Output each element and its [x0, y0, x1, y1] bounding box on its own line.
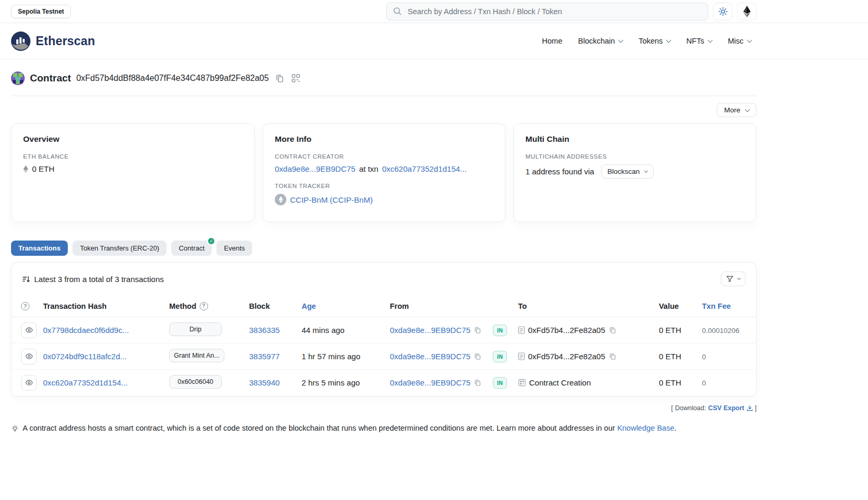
creator-at-txn-text: at txn [359, 164, 378, 173]
multichain-portfolio-select[interactable]: Blockscan [601, 164, 654, 179]
theme-toggle-button[interactable] [713, 3, 732, 20]
filter-button[interactable] [721, 272, 746, 286]
lightbulb-icon [11, 425, 19, 433]
search-box[interactable] [386, 3, 708, 20]
multichain-addresses-label: MULTICHAIN ADDRESSES [525, 153, 744, 160]
tab-transactions[interactable]: Transactions [11, 241, 68, 256]
network-selector-badge[interactable]: Sepolia Testnet [11, 5, 71, 18]
txn-hash-link[interactable]: 0x7798dcdaec0f6dd9c... [43, 326, 129, 335]
tab-contract[interactable]: Contract ✓ [171, 241, 212, 256]
document-icon [518, 352, 525, 360]
tab-token-transfers[interactable]: Token Transfers (ERC-20) [73, 241, 167, 256]
copy-to-button[interactable] [608, 352, 617, 361]
token-tracker-link[interactable]: CCIP-BnM (CCIP-BnM) [290, 195, 373, 204]
age-text: 44 mins ago [302, 326, 345, 335]
block-link[interactable]: 3835940 [249, 378, 280, 387]
from-address-link[interactable]: 0xda9e8e...9EB9DC75 [390, 326, 470, 335]
question-icon[interactable]: ? [21, 302, 29, 310]
transactions-panel: Latest 3 from a total of 3 transactions … [11, 262, 757, 397]
contract-creator-label: CONTRACT CREATOR [275, 153, 493, 160]
table-row: 0x0724bdf9c118afc2d... Grant Mint An... … [12, 343, 756, 370]
value-text: 0 ETH [659, 352, 681, 361]
nav-item-misc[interactable]: Misc [728, 37, 751, 45]
table-row: 0x7798dcdaec0f6dd9c... Drip 3836335 44 m… [12, 317, 756, 343]
copy-icon [474, 353, 481, 360]
ethereum-icon [743, 6, 751, 17]
copy-from-button[interactable] [473, 326, 482, 335]
col-age-sort[interactable]: Age [296, 294, 385, 317]
etherscan-logo-icon [11, 32, 30, 51]
eth-balance-label: ETH BALANCE [23, 153, 243, 160]
nav-item-blockchain[interactable]: Blockchain [578, 37, 623, 45]
method-badge[interactable]: Grant Mint An... [169, 349, 224, 362]
txn-preview-button[interactable] [21, 375, 37, 391]
top-bar: Sepolia Testnet [0, 0, 868, 23]
more-dropdown-button[interactable]: More [717, 103, 757, 117]
nav-item-home[interactable]: Home [542, 37, 563, 45]
search-icon [393, 7, 402, 16]
qr-code-button[interactable] [291, 73, 301, 84]
eye-icon [25, 379, 33, 387]
copy-address-button[interactable] [274, 73, 285, 84]
multichain-card-title: Multi Chain [525, 134, 744, 144]
copy-from-button[interactable] [473, 352, 482, 361]
from-address-link[interactable]: 0xda9e8e...9EB9DC75 [390, 378, 470, 387]
contract-creation-text: Contract Creation [529, 378, 591, 387]
direction-badge: IN [493, 351, 507, 362]
txn-preview-button[interactable] [21, 349, 37, 364]
csv-export-link[interactable]: CSV Export [708, 404, 753, 412]
verified-check-icon: ✓ [207, 237, 215, 245]
question-icon[interactable]: ? [200, 302, 208, 310]
txn-fee-text: 0.00010206 [702, 327, 739, 335]
download-icon [747, 405, 753, 411]
method-badge[interactable]: 0x60c06040 [169, 375, 222, 389]
from-address-link[interactable]: 0xda9e8e...9EB9DC75 [390, 352, 470, 361]
nav-item-nfts[interactable]: NFTs [686, 37, 712, 45]
txn-fee-text: 0 [702, 379, 706, 387]
copy-icon [609, 327, 616, 334]
block-link[interactable]: 3835977 [249, 352, 280, 361]
knowledge-base-link[interactable]: Knowledge Base [617, 424, 675, 432]
copy-to-button[interactable] [608, 326, 617, 335]
tab-bar: Transactions Token Transfers (ERC-20) Co… [11, 241, 757, 256]
document-icon [518, 326, 525, 334]
col-method: Method [169, 302, 197, 310]
method-badge[interactable]: Drip [169, 322, 222, 336]
search-input[interactable] [407, 7, 701, 16]
etherscan-logo[interactable]: Etherscan [11, 32, 95, 51]
to-address[interactable]: 0xFd57b4...2Fe82a05 [528, 352, 605, 361]
main-nav: Etherscan Home Blockchain Tokens NFTs Mi… [0, 23, 868, 59]
multichain-found-text: 1 address found via [525, 167, 594, 176]
col-block: Block [244, 294, 296, 317]
copy-icon [474, 379, 481, 387]
sun-icon [718, 7, 728, 16]
eye-icon [25, 352, 33, 360]
chevron-down-icon [666, 38, 671, 43]
direction-badge: IN [493, 377, 507, 389]
to-address[interactable]: 0xFd57b4...2Fe82a05 [528, 326, 605, 335]
txn-hash-link[interactable]: 0x0724bdf9c118afc2d... [43, 352, 127, 361]
copy-from-button[interactable] [473, 379, 482, 387]
nav-item-tokens[interactable]: Tokens [638, 37, 670, 45]
network-menu-button[interactable] [737, 3, 757, 20]
txn-preview-button[interactable] [21, 322, 37, 338]
col-transaction-hash: Transaction Hash [38, 294, 164, 317]
table-header-row: ? Transaction Hash Method ? Block Age Fr… [12, 294, 756, 317]
col-value: Value [654, 294, 697, 317]
overview-card: Overview ETH BALANCE 0 ETH [11, 123, 255, 222]
more-info-card: More Info CONTRACT CREATOR 0xda9e8e...9E… [263, 123, 505, 222]
chevron-down-icon [747, 38, 752, 43]
copy-icon [474, 327, 481, 334]
direction-badge: IN [493, 325, 507, 336]
note-text: A contract address hosts a smart contrac… [23, 424, 615, 432]
tab-events[interactable]: Events [216, 241, 252, 256]
creation-txn-link[interactable]: 0xc620a77352d1d154... [382, 164, 467, 173]
txn-hash-link[interactable]: 0xc620a77352d1d154... [43, 378, 128, 387]
identicon-avatar [11, 71, 25, 85]
creator-address-link[interactable]: 0xda9e8e...9EB9DC75 [275, 164, 355, 173]
block-link[interactable]: 3836335 [249, 326, 280, 335]
col-txn-fee-sort[interactable]: Txn Fee [697, 294, 756, 317]
divider [11, 96, 757, 96]
sort-icon [22, 275, 30, 283]
nav-items: Home Blockchain Tokens NFTs Misc [542, 37, 757, 45]
